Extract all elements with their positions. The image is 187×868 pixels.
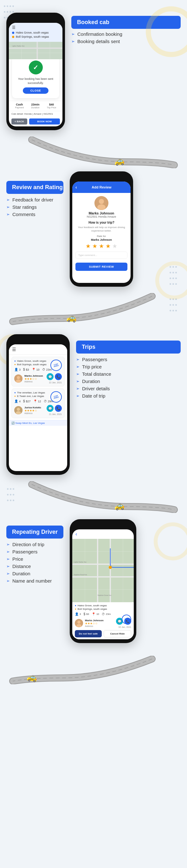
phone-screen-2: ‹ Add Review ‹ Marks Johnson NG2501 Hond… [72, 182, 131, 283]
list-item-duration-4: Duration [6, 571, 63, 576]
trips-features: Trips Passengers Trip price Total distan… [70, 334, 181, 400]
back-button[interactable]: < BACK [11, 119, 27, 124]
star-rating[interactable]: ★ ★ ★ ★ ★ [72, 243, 131, 250]
star-1[interactable]: ★ [86, 243, 91, 249]
p1-to-location: Boll Srprings, south vegas [12, 35, 59, 38]
p4-stars: ★★★☆☆ [85, 622, 114, 625]
p4-passengers: 👤 3 [75, 612, 81, 616]
trip-2-actions: 💬 📞 [46, 405, 62, 412]
road-connector-1: 🚕 [0, 136, 187, 168]
star-4[interactable]: ★ [105, 243, 111, 249]
call-button-2[interactable]: 📞 [55, 405, 62, 412]
list-item-star-ratings: Star ratings [6, 204, 63, 210]
trip-1-passengers: 👤 3 [14, 368, 21, 371]
review-features: Review and Rating Feedback for driver St… [6, 172, 63, 219]
road-connector-3: 🚕 [0, 481, 187, 513]
road-connector-4: 🚕 [0, 656, 187, 684]
p4-distance: 📍 10 [92, 612, 99, 616]
repeating-driver-list: Direction of trip Passengers Price Dista… [6, 542, 63, 584]
trip-1-price: $ $3 [23, 368, 29, 371]
from-dot [12, 32, 14, 34]
trip-2-distance: 📍 12 [33, 400, 41, 403]
swap-bar[interactable]: 🔄 Swap Meet Es, Las Vegas [9, 420, 67, 426]
phone-notch-3 [29, 338, 48, 342]
p4-to: ● Boll Srprings, south vegas [75, 608, 131, 611]
phone-repeating-driver: ‹ [70, 519, 136, 643]
trip-2-driver: Jurica Kolotic ★★★★☆ Address 💬 📞 21 Jan,… [14, 405, 62, 415]
call-button-1[interactable]: 📞 [55, 373, 62, 380]
chat-button-2[interactable]: 💬 [46, 405, 54, 412]
menu-icon[interactable]: ☰ [12, 347, 64, 352]
back-arrow[interactable]: ‹ [75, 185, 77, 190]
p1-from-location: Hales Grove, south vegas [12, 31, 59, 34]
segment-trips: ☰ CONFIRMED ● Hales Grove, south vegas ●… [0, 328, 187, 481]
trip-1-stars: ★★★☆☆ [24, 377, 45, 380]
phone-notch [26, 17, 45, 21]
road-connector-2: 🚕 [0, 293, 187, 328]
star-2[interactable]: ★ [92, 243, 97, 249]
p4-from: ● Hales Grove, south vegas [75, 604, 131, 607]
phone1-booking-modal: ✓ Your booking has been sent successfull… [12, 56, 59, 98]
comment-input[interactable]: Type comment... [75, 251, 127, 259]
deco-circle-4 [154, 522, 187, 560]
phone1-map: Lights Harbor Ave [9, 42, 62, 59]
taxi-1: 🚕 [114, 156, 125, 167]
phone-review: ‹ Add Review ‹ Marks Johnson NG2501 Hond… [70, 172, 133, 287]
taxi-4: 🚕 [26, 672, 38, 683]
phone1-header: ☰ Hales Grove, south vegas Boll Srprings… [9, 23, 62, 42]
submit-review-button[interactable]: SUBMIT REVIEW [75, 262, 127, 271]
review-list: Feedback for driver Star ratings Comment… [6, 197, 63, 217]
taxi-2: 🚕 [66, 312, 77, 323]
close-button[interactable]: CLOSE [23, 87, 49, 94]
p4-driver: CONFIRMED Marks Johnson ★★★☆☆ Address [75, 618, 131, 628]
p4-stats: 👤 3 $ $3 📍 10 ⏱ 23m [75, 612, 131, 616]
svg-point-10 [99, 199, 104, 204]
trip-1-distance: 📍 10 [32, 368, 40, 371]
page: ☰ Hales Grove, south vegas Boll Srprings… [0, 0, 187, 684]
repeating-driver-features: Repeating Driver Direction of trip Passe… [6, 519, 63, 585]
trip-card-1: CONFIRMED ● Hales Grove, south vegas ● B… [11, 357, 65, 386]
svg-rect-7 [36, 42, 38, 59]
svg-rect-6 [9, 48, 62, 49]
list-item-passengers-4: Passengers [6, 549, 63, 554]
trips-label: Trips [76, 341, 181, 353]
svg-point-37 [76, 624, 82, 627]
trip-1-driver: Marks Johnson ★★★☆☆ Address 💬 📞 22 Jan, … [14, 373, 62, 384]
svg-rect-29 [97, 539, 98, 602]
star-5[interactable]: ★ [112, 243, 117, 249]
segment-booked-cab: ☰ Hales Grove, south vegas Boll Srprings… [0, 0, 187, 136]
trip-1-actions: 💬 📞 [46, 373, 62, 380]
list-item-total-distance: Total distance [76, 371, 181, 377]
list-item-duration: Duration [76, 378, 181, 384]
p4-map: Lights Harbor Ave Naptime Road Ave Napti… [72, 539, 134, 602]
book-now-button[interactable]: BOOK NOW [29, 119, 60, 124]
chat-button-1[interactable]: 💬 [46, 373, 54, 380]
p4-price: $ $3 [83, 612, 89, 616]
review-label: Review and Rating [6, 181, 63, 194]
phone-notch-2 [92, 175, 111, 180]
list-item-comments: Comments [6, 212, 63, 217]
duration-stat: 23min Duration [31, 103, 39, 109]
price-stat: $40 Trip Price [47, 103, 56, 109]
svg-text:Naptime Grove Ave: Naptime Grove Ave [98, 594, 111, 596]
driver-avatar-review [94, 196, 108, 210]
p4-bottom-card: ● Hales Grove, south vegas ● Boll Srprin… [72, 602, 134, 639]
p4-back-arrow[interactable]: ‹ [75, 531, 77, 537]
star-3[interactable]: ★ [99, 243, 104, 249]
svg-rect-28 [72, 576, 134, 578]
svg-text:Lights Harbor Ave: Lights Harbor Ave [12, 45, 25, 47]
trip-2-driver-info: Jurica Kolotic ★★★★☆ Address [24, 406, 45, 414]
p4-driver-avatar [75, 619, 83, 627]
trip-card-2: CONFIRMED ● The venetian, Las Vegas ● E … [11, 389, 65, 418]
cab-detail: Cab detail: Honda | Amaze | NG2501 [9, 111, 62, 117]
segment-review: Review and Rating Feedback for driver St… [0, 168, 187, 293]
do-not-feel-safe-button[interactable]: Do not feel safe [75, 630, 102, 638]
repeating-driver-label: Repeating Driver [6, 526, 63, 538]
cancel-ride-button[interactable]: Cancel Ride [104, 630, 131, 638]
svg-rect-27 [72, 564, 134, 565]
phone1-footer: Cash Payment 23min Duration $40 Trip Pri… [9, 101, 62, 111]
trip-2-right: 💬 📞 21 Jan, 2021 [46, 405, 62, 415]
list-item-name-number: Name and number [6, 578, 63, 584]
list-item-price-4: Price [6, 556, 63, 562]
phone-screen-4: ‹ [72, 529, 134, 639]
